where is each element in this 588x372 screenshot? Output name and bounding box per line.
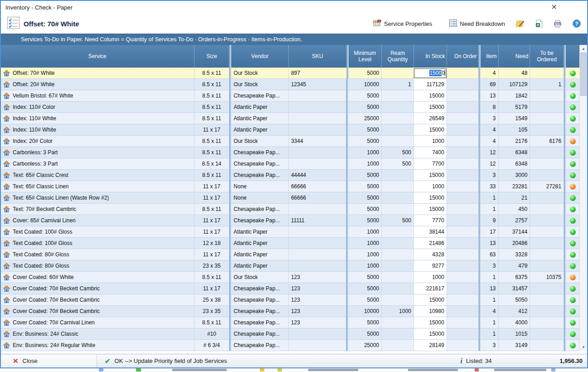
ok-button[interactable]: ✔ OK --> Update Priority field of Job Se… [97, 357, 227, 365]
column-header-onorder[interactable]: On Order [447, 45, 479, 68]
table-row[interactable]: Text Coated: 100# Gloss12 x 18Atlantic P… [1, 238, 579, 249]
cell-stock[interactable]: 7770 [414, 215, 447, 226]
notes-button[interactable] [516, 20, 525, 28]
cell-stock[interactable]: 1000 [414, 181, 447, 192]
table-row[interactable]: Text: 65# Classic Linen (Waste Row #2)11… [1, 192, 579, 204]
cell-stock[interactable]: 15000 [414, 170, 447, 181]
cell-item: 13 [481, 90, 499, 102]
table-row[interactable]: Vellum Bristol: 67# White8.5 x 11Chesape… [1, 90, 579, 102]
cell-stock[interactable]: 28149 [414, 340, 447, 351]
cell-stock[interactable]: 9277 [414, 260, 447, 272]
service-label: Carbonless: 3 Part [13, 149, 58, 156]
cell-min: 5000 [348, 90, 382, 102]
cell-stock[interactable]: 7700 [414, 158, 447, 170]
cell-stock[interactable]: 26549 [414, 113, 447, 124]
cell-need: 3000 [499, 170, 530, 181]
cell-stock[interactable]: 10980 [414, 306, 447, 317]
column-header-ream[interactable]: Ream Quantity [382, 45, 414, 68]
column-header-stock[interactable]: In Stock [414, 45, 447, 68]
table-row[interactable]: Env: Business: 24# Classic#10Chesapeake … [1, 328, 579, 340]
cell-stock[interactable]: 15000 [414, 328, 447, 340]
table-row[interactable]: Carbonless: 3 Part8.5 x 11Chesapeake Pap… [1, 147, 579, 158]
table-row[interactable]: Index: 20# Color8.5 x 11Our Stock3344500… [1, 136, 579, 147]
paper-item-icon [3, 342, 10, 348]
table-row[interactable]: Cover Coated: 70# Carnival Linen8.5 x 11… [1, 317, 579, 328]
column-header-service[interactable]: Service [1, 45, 194, 68]
in-stock-edit-field[interactable]: 15000 [414, 69, 447, 78]
paper-item-icon [3, 308, 10, 314]
cell-vendor: Our Stock [231, 136, 289, 147]
green-status-icon [570, 252, 576, 258]
cell-stock[interactable]: 1000 [414, 136, 447, 147]
table-row[interactable]: Offset: 20# White8.5 x 11Our Stock123451… [1, 79, 579, 90]
scroll-down-icon[interactable]: ▼ [580, 343, 587, 351]
cell-stock[interactable]: 7400 [414, 147, 447, 158]
cell-stock[interactable]: 1000 [414, 272, 447, 283]
table-row[interactable]: Text Coated: 100# Gloss11 x 17Atlantic P… [1, 226, 579, 238]
table-row[interactable]: Index: 110# White11 x 17Atlantic Paper50… [1, 124, 579, 136]
column-header-size[interactable]: Size [194, 45, 230, 68]
cell-stock[interactable]: 15000 [414, 68, 447, 79]
close-button[interactable]: ✕ Close [1, 354, 97, 367]
table-row[interactable]: Text: 65# Classic Crest8.5 x 11Chesapeak… [1, 170, 579, 181]
cell-stock[interactable]: 15000 [414, 192, 447, 204]
column-header-need[interactable]: Need [499, 45, 530, 68]
cell-stock[interactable]: 117129 [414, 79, 447, 90]
help-button[interactable]: ? [573, 20, 581, 28]
cell-toorder [530, 260, 564, 272]
cell-ream [382, 294, 414, 306]
cell-stock[interactable]: 15000 [414, 204, 447, 215]
cell-stock[interactable]: 15000 [414, 124, 447, 136]
table-row[interactable]: Cover Coated: 70# Beckett Cambric25 x 38… [1, 294, 579, 306]
cell-stock[interactable]: 4328 [414, 249, 447, 260]
cell-size: 8.5 x 11 [194, 136, 230, 147]
export-excel-button[interactable] [535, 20, 543, 28]
column-header-min[interactable]: Minimum Level [349, 45, 382, 68]
service-properties-button[interactable]: Service Properties [373, 20, 432, 28]
cell-need: 31457 [499, 283, 530, 294]
column-header-item[interactable]: Item [481, 45, 499, 68]
table-row[interactable]: Env: Business: 24# Regular White# 6 3/4C… [1, 340, 579, 351]
cell-stock[interactable]: 15000 [414, 317, 447, 328]
cell-stock[interactable]: 15000 [414, 102, 447, 113]
column-header-status[interactable] [566, 45, 579, 68]
cell-onorder [447, 136, 479, 147]
cell-toorder [530, 124, 564, 136]
table-row[interactable]: Cover Coated: 60# White8.5 x 11Our Stock… [1, 272, 579, 283]
window-close-icon[interactable]: ✕ [551, 3, 557, 12]
table-row[interactable]: Text: 65# Classic Linen11 x 17None666665… [1, 181, 579, 192]
print-button[interactable] [554, 20, 562, 28]
table-row[interactable]: Cover Coated: 70# Beckett Cambric11 x 17… [1, 283, 579, 294]
column-header-sku[interactable]: SKU [289, 45, 347, 68]
table-row[interactable]: Index: 110# White8.5 x 11Atlantic Paper2… [1, 113, 579, 124]
table-row-selected[interactable]: Offset: 70# White8.5 x 11Our Stock897500… [1, 68, 579, 79]
cell-min: 5000 [348, 192, 382, 204]
title-bar[interactable]: Inventory - Check - Paper ✕ [1, 1, 587, 14]
cell-toorder [530, 158, 564, 170]
paper-item-icon [3, 206, 10, 212]
table-row[interactable]: Cover: 65# Carnival Linen11 x 17Chesapea… [1, 215, 579, 226]
cell-stock[interactable]: 38144 [414, 226, 447, 238]
table-row[interactable]: Text Coated: 80# Gloss23 x 35Atlantic Pa… [1, 260, 579, 272]
table-wrap: ServiceSizeVendorSKUMinimum LevelReam Qu… [1, 45, 587, 351]
cell-min: 5000 [348, 136, 382, 147]
table-row[interactable]: Cover Coated: 70# Beckett Cambric23 x 35… [1, 306, 579, 317]
scrollbar-thumb[interactable] [580, 53, 587, 96]
table-row[interactable]: Text Coated: 80# Gloss11 x 17Atlantic Pa… [1, 249, 579, 260]
column-header-vendor[interactable]: Vendor [231, 45, 289, 68]
column-header-toorder[interactable]: To be Ordered [530, 45, 564, 68]
vertical-scrollbar[interactable]: ▲ ▼ [579, 45, 587, 351]
cell-stock[interactable]: 15000 [414, 294, 447, 306]
cell-stock[interactable]: 221617 [414, 283, 447, 294]
table-row[interactable]: Index: 110# Color8.5 x 11Atlantic Paper5… [1, 102, 579, 113]
cell-stock[interactable]: 15000 [414, 90, 447, 102]
cell-sku [289, 238, 347, 249]
scrollbar-track[interactable] [580, 53, 587, 343]
scroll-up-icon[interactable]: ▲ [580, 45, 587, 53]
cell-stock[interactable]: 21486 [414, 238, 447, 249]
service-label: Env: Business: 24# Classic [13, 331, 78, 337]
cell-vendor: Atlantic Paper [231, 226, 289, 238]
need-breakdown-button[interactable]: Need Breakdown [449, 20, 505, 28]
table-row[interactable]: Carbonless: 3 Part8.5 x 14Chesapeake Pap… [1, 158, 579, 170]
table-row[interactable]: Text: 70# Beckett Cambric8.5 x 11Chesape… [1, 204, 579, 215]
